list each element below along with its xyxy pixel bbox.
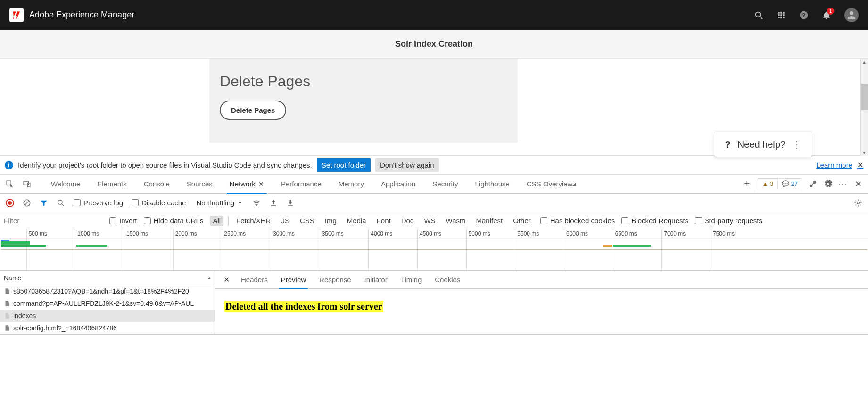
filter-type-css[interactable]: CSS [297,216,317,226]
learn-more-label: Learn more [816,161,852,169]
need-help-bubble[interactable]: ? Need help? ⋮ [714,132,812,157]
filter-type-js[interactable]: JS [278,216,292,226]
aem-header-left: Adobe Experience Manager [9,8,134,22]
preserve-log-checkbox[interactable]: Preserve log [74,199,123,207]
throttling-select[interactable]: No throttling [194,197,244,209]
devtools-tab-performance[interactable]: Performance [273,175,330,194]
disable-cache-checkbox[interactable]: Disable cache [132,199,186,207]
timeline-tick: 7000 ms [661,229,686,271]
inspect-element-icon[interactable] [6,180,14,188]
detail-tab-initiator[interactable]: Initiator [358,271,394,289]
set-root-folder-button[interactable]: Set root folder [317,158,371,172]
scroll-thumb[interactable] [861,84,868,110]
detail-tab-cookies[interactable]: Cookies [428,271,467,289]
close-icon[interactable]: ✕ [857,160,863,169]
devtools-tab-bar: WelcomeElementsConsoleSourcesNetwork✕Per… [0,175,868,194]
filter-type-img[interactable]: Img [322,216,339,226]
third-party-label: 3rd-party requests [705,217,762,225]
request-row[interactable]: solr-config.html?_=1684406824786 [0,322,215,334]
filter-type-fetchxhr[interactable]: Fetch/XHR [233,216,273,226]
third-party-checkbox[interactable]: 3rd-party requests [695,217,762,225]
devtools-tab-css-overview[interactable]: CSS Overview ◢ [518,175,585,194]
settings-gear-icon[interactable] [854,199,862,207]
request-row[interactable]: s35070365872310?AQB=1&ndh=1&pf=1&t=18%2F… [0,285,215,297]
bell-icon[interactable]: 1 [822,10,831,20]
wifi-icon[interactable] [252,199,261,207]
vscode-info-bar: i Identify your project's root folder to… [0,156,868,175]
detail-tab-timing[interactable]: Timing [394,271,428,289]
request-list-header[interactable]: Name ▲ [0,271,215,285]
blocked-requests-checkbox[interactable]: Blocked Requests [621,217,688,225]
file-icon [4,325,10,331]
svg-line-5 [25,201,29,205]
detail-tab-response[interactable]: Response [313,271,358,289]
apps-grid-icon[interactable] [777,10,786,20]
dont-show-again-button[interactable]: Don't show again [375,158,439,172]
filter-type-ws[interactable]: WS [421,216,438,226]
devtools-tab-elements[interactable]: Elements [89,175,135,194]
question-mark-icon: ? [725,139,730,150]
filter-icon[interactable] [40,199,48,207]
file-icon [4,288,10,295]
vertical-scrollbar[interactable]: ▲ ▼ [860,59,868,156]
close-devtools-icon[interactable]: ✕ [854,180,862,188]
close-tab-icon[interactable]: ✕ [258,180,264,188]
detail-tab-preview[interactable]: Preview [274,271,313,289]
timeline-tick: 2000 ms [173,229,197,271]
filter-type-all[interactable]: All [210,216,223,226]
filter-type-doc[interactable]: Doc [398,216,417,226]
has-blocked-label: Has blocked cookies [550,217,615,225]
filter-input[interactable] [4,215,103,227]
delete-pages-button[interactable]: Delete Pages [220,101,286,120]
clear-icon[interactable] [23,199,31,207]
issue-counts[interactable]: ▲3 💬27 [758,178,802,189]
scroll-up-arrow-icon[interactable]: ▲ [861,59,868,65]
detail-tab-headers[interactable]: Headers [234,271,274,289]
device-toggle-icon[interactable] [23,180,31,188]
devtools-tab-welcome[interactable]: Welcome [42,175,89,194]
network-timeline[interactable]: 500 ms1000 ms1500 ms2000 ms2500 ms3000 m… [0,229,868,271]
hide-urls-label: Hide data URLs [154,217,204,225]
request-detail-pane: ✕ HeadersPreviewResponseInitiatorTimingC… [215,271,868,334]
beta-indicator-icon: ◢ [572,181,576,186]
devtools-tab-security[interactable]: Security [424,175,466,194]
has-blocked-cookies-checkbox[interactable]: Has blocked cookies [540,217,615,225]
svg-line-7 [62,204,64,206]
search-icon[interactable] [57,199,65,207]
learn-more-link[interactable]: Learn more ✕ [816,160,863,169]
scroll-down-arrow-icon[interactable]: ▼ [861,149,868,156]
upload-icon[interactable] [269,199,278,207]
network-conditions-icon[interactable] [809,180,817,188]
separator [228,217,229,225]
preview-highlight-text: Deleted all the indexes from solr server [224,301,383,312]
filter-type-manifest[interactable]: Manifest [473,216,506,226]
filter-type-media[interactable]: Media [344,216,369,226]
devtools-tab-sources[interactable]: Sources [178,175,221,194]
devtools-tab-application[interactable]: Application [372,175,424,194]
search-icon[interactable] [754,10,763,20]
plus-icon[interactable]: + [743,180,751,188]
devtools-tab-lighthouse[interactable]: Lighthouse [467,175,518,194]
record-icon[interactable] [6,199,14,207]
gear-icon[interactable] [824,180,832,188]
devtools-tab-console[interactable]: Console [135,175,178,194]
request-row[interactable]: command?p=AP-AULLRFDZLJ9K-2-1&sv=0.49.0&… [0,297,215,310]
timeline-tick: 1000 ms [75,229,99,271]
request-row[interactable]: indexes [0,310,215,322]
adobe-logo-icon[interactable] [9,8,24,22]
hide-data-urls-checkbox[interactable]: Hide data URLs [144,217,204,225]
invert-checkbox[interactable]: Invert [109,217,137,225]
invert-label: Invert [119,217,137,225]
filter-type-wasm[interactable]: Wasm [443,216,469,226]
devtools-tab-network[interactable]: Network✕ [221,175,273,194]
timeline-tick: 3000 ms [271,229,295,271]
avatar[interactable] [844,8,859,22]
devtools-tab-memory[interactable]: Memory [330,175,372,194]
page-title: Solr Index Creation [395,39,473,49]
filter-type-other[interactable]: Other [510,216,534,226]
download-icon[interactable] [286,199,295,207]
more-menu-icon[interactable]: ⋯ [839,180,847,188]
filter-type-font[interactable]: Font [374,216,394,226]
help-icon[interactable]: ? [799,10,809,20]
close-detail-icon[interactable]: ✕ [219,275,234,284]
